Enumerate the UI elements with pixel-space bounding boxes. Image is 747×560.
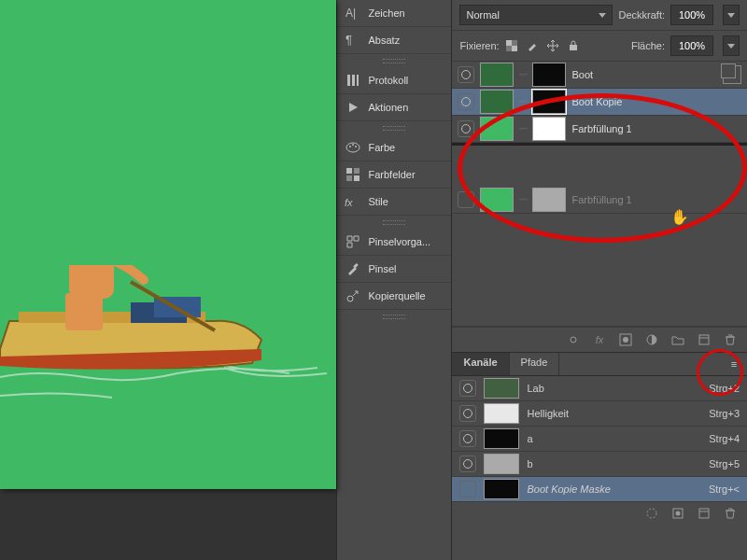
lock-move-icon[interactable]: [546, 39, 559, 52]
panel-item-stile[interactable]: fx Stile: [337, 189, 452, 216]
svg-rect-19: [354, 175, 359, 181]
fill-thumbnail[interactable]: [480, 117, 514, 141]
layers-panel: 𝄖 Boot 𝄖 Boot Kopie 𝄖 Farbfüllung 1: [452, 62, 747, 353]
visibility-toggle[interactable]: [459, 380, 476, 397]
clone-source-icon: [345, 287, 361, 304]
link-layers-icon[interactable]: [566, 332, 581, 347]
layers-empty-area[interactable]: [452, 214, 747, 327]
document-canvas[interactable]: [0, 0, 336, 489]
svg-point-31: [647, 509, 656, 518]
adjustment-layer-icon[interactable]: [644, 332, 659, 347]
svg-rect-9: [347, 75, 350, 86]
layer-row[interactable]: 𝄖 Boot: [452, 62, 747, 89]
mask-thumbnail[interactable]: [532, 63, 566, 87]
lock-transparency-icon[interactable]: [505, 39, 518, 52]
tab-label: Kanäle: [463, 357, 497, 368]
panel-label: Pinselvorga...: [369, 236, 431, 247]
svg-point-13: [349, 146, 351, 147]
chevron-down-icon: [727, 13, 735, 18]
load-selection-icon[interactable]: [644, 506, 659, 521]
panel-label: Aktionen: [369, 102, 409, 113]
channel-shortcut: Strg+4: [709, 433, 740, 444]
channel-row[interactable]: a Strg+4: [452, 427, 747, 452]
channel-thumbnail[interactable]: [484, 378, 519, 399]
trash-icon[interactable]: [723, 332, 738, 347]
visibility-toggle[interactable]: [458, 191, 474, 208]
fill-input[interactable]: 100%: [670, 35, 713, 56]
visibility-toggle[interactable]: [458, 66, 474, 83]
link-icon[interactable]: 𝄖: [519, 121, 527, 136]
fx-icon[interactable]: fx: [592, 332, 607, 347]
lock-paint-icon[interactable]: [526, 39, 539, 52]
channel-row[interactable]: b Strg+5: [452, 452, 747, 477]
new-group-icon[interactable]: [670, 332, 685, 347]
link-icon[interactable]: 𝄖: [519, 192, 527, 207]
layer-name[interactable]: Boot: [571, 69, 717, 80]
svg-rect-18: [346, 175, 352, 181]
channel-thumbnail[interactable]: [484, 479, 519, 499]
trash-icon[interactable]: [723, 506, 738, 521]
mask-thumbnail[interactable]: [532, 188, 566, 212]
opacity-input[interactable]: 100%: [670, 5, 713, 25]
fill-thumbnail[interactable]: [480, 188, 514, 212]
opacity-value: 100%: [679, 9, 705, 21]
svg-point-14: [352, 144, 354, 146]
channel-thumbnail[interactable]: [484, 454, 519, 474]
save-selection-icon[interactable]: [670, 506, 685, 521]
tab-pfade[interactable]: Pfade: [510, 353, 560, 375]
channel-thumbnail[interactable]: [484, 428, 519, 449]
layer-row[interactable]: 𝄖 Farbfüllung 1: [452, 116, 747, 143]
panel-item-pinsel[interactable]: Pinsel: [337, 256, 452, 283]
channel-row[interactable]: Lab Strg+2: [452, 376, 747, 401]
lock-all-icon[interactable]: [567, 39, 580, 52]
isolate-icon[interactable]: [723, 65, 741, 84]
add-mask-icon[interactable]: [618, 332, 633, 347]
channel-shortcut: Strg+<: [709, 483, 740, 495]
panel-menu-icon[interactable]: ≡: [721, 353, 747, 375]
link-icon[interactable]: 𝄖: [519, 94, 527, 109]
svg-rect-21: [353, 263, 359, 269]
channel-row[interactable]: Boot Kopie Maske Strg+<: [452, 477, 747, 502]
mask-thumbnail[interactable]: [532, 90, 566, 114]
layer-name[interactable]: Farbfüllung 1: [571, 123, 741, 134]
svg-text:¶: ¶: [345, 33, 352, 47]
channel-thumbnail[interactable]: [484, 403, 519, 424]
blend-mode-select[interactable]: Normal: [459, 5, 613, 25]
panel-item-aktionen[interactable]: Aktionen: [337, 94, 452, 121]
svg-point-15: [355, 146, 357, 147]
new-layer-icon[interactable]: [697, 332, 712, 347]
visibility-toggle[interactable]: [459, 481, 476, 497]
fill-stepper[interactable]: [723, 35, 740, 56]
visibility-toggle[interactable]: [459, 405, 476, 422]
mask-thumbnail[interactable]: [532, 117, 566, 141]
panel-item-farbe[interactable]: Farbe: [337, 134, 452, 161]
layer-row[interactable]: 𝄖 Boot Kopie: [452, 89, 747, 116]
channel-name: Boot Kopie Maske: [527, 483, 700, 495]
panel-item-kopierquelle[interactable]: Kopierquelle: [337, 283, 452, 310]
layer-thumbnail[interactable]: [480, 63, 514, 87]
visibility-toggle[interactable]: [459, 455, 476, 472]
panel-item-zeichen[interactable]: A| Zeichen: [337, 0, 452, 27]
visibility-toggle[interactable]: [458, 120, 474, 137]
visibility-toggle[interactable]: [459, 430, 476, 447]
layer-name[interactable]: Boot Kopie: [571, 96, 741, 107]
svg-rect-10: [352, 75, 355, 86]
panel-item-pinselvorgaben[interactable]: Pinselvorga...: [337, 229, 452, 256]
right-panels: Normal Deckkraft: 100% Fixieren: Fläche:…: [452, 0, 747, 560]
brush-presets-icon: [345, 233, 361, 250]
panel-item-absatz[interactable]: ¶ Absatz: [337, 27, 452, 54]
channels-footer: [452, 502, 747, 525]
visibility-toggle[interactable]: [458, 93, 474, 110]
panel-label: Protokoll: [369, 75, 409, 86]
panel-item-farbfelder[interactable]: Farbfelder: [337, 161, 452, 189]
tab-kanaele[interactable]: Kanäle: [452, 353, 509, 375]
opacity-stepper[interactable]: [723, 5, 740, 25]
layer-thumbnail[interactable]: [480, 90, 514, 114]
layer-row[interactable]: 𝄖 Farbfüllung 1: [452, 187, 747, 214]
link-icon[interactable]: 𝄖: [519, 67, 527, 82]
panel-item-protokoll[interactable]: Protokoll: [337, 67, 452, 94]
channel-row[interactable]: Helligkeit Strg+3: [452, 401, 747, 427]
layer-name[interactable]: Farbfüllung 1: [571, 194, 741, 205]
canvas-area[interactable]: [0, 0, 336, 560]
new-channel-icon[interactable]: [697, 506, 712, 521]
